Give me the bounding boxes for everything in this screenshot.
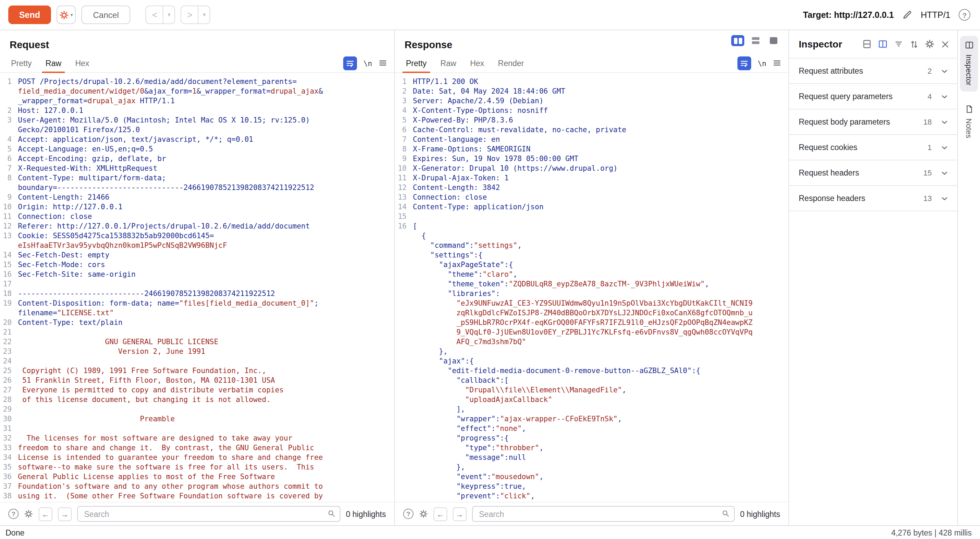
inspector-section-count: 4 — [928, 92, 932, 100]
request-search-settings-button[interactable] — [24, 509, 33, 518]
editor-line: Gecko/20100101 Firefox/125.0 — [0, 125, 394, 134]
response-search-settings-button[interactable] — [419, 509, 428, 518]
request-editor[interactable]: 1POST /Projects/drupal-10.2.6/media/add/… — [0, 73, 394, 502]
request-newline-toggle[interactable]: \n — [364, 59, 372, 67]
forward-button[interactable]: > — [181, 6, 198, 24]
tab-pretty[interactable]: Pretty — [399, 54, 433, 72]
toolbar: Send ▾ Cancel < ▾ > ▾ Target: http://127… — [0, 0, 980, 30]
response-panel: Response PrettyRawHexRender \n — [394, 30, 788, 525]
request-wrap-button[interactable] — [344, 56, 357, 70]
response-search-input[interactable] — [472, 506, 735, 522]
editor-line: 26 51 Franklin Street, Fifth Floor, Bost… — [0, 375, 394, 385]
gear-icon — [419, 509, 428, 518]
editor-line: 37Foundation's software and to any other… — [0, 481, 394, 491]
editor-line: 7X-Requested-With: XMLHttpRequest — [0, 163, 394, 173]
inspector-section-request-body-parameters[interactable]: Request body parameters18 — [789, 109, 957, 135]
request-search-input[interactable] — [77, 506, 340, 522]
editor-line: 4Accept: application/json, text/javascri… — [0, 134, 394, 144]
chevron-down-icon — [940, 117, 949, 126]
send-settings-button[interactable]: ▾ — [57, 5, 76, 24]
tab-pretty[interactable]: Pretty — [4, 54, 38, 72]
request-search-prev-button[interactable]: ← — [38, 507, 52, 521]
response-panel-title: Response — [395, 30, 788, 54]
help-button[interactable]: ? — [959, 9, 970, 21]
side-tab-notes[interactable]: Notes — [960, 100, 978, 145]
response-highlights-label: 0 highlights — [740, 510, 780, 518]
chevron-down-icon: ▾ — [70, 12, 73, 17]
inspector-title: Inspector — [799, 38, 842, 49]
editor-line: "Drupal\\file\\Element\\ManagedFile", — [395, 385, 788, 395]
request-panel-title: Request — [0, 30, 394, 54]
tab-raw[interactable]: Raw — [433, 54, 463, 72]
response-menu-button[interactable] — [773, 59, 781, 67]
layout-rows-button[interactable] — [749, 35, 762, 46]
chevron-down-icon — [940, 194, 949, 203]
toolbar-right: Target: http://127.0.0.1 HTTP/1 ? — [803, 9, 970, 21]
response-search-prev-button[interactable]: ← — [433, 507, 447, 521]
layout-single-button[interactable] — [767, 35, 780, 46]
view-layout-toggles — [731, 35, 780, 46]
arrow-right-icon: → — [61, 510, 68, 518]
inspector-panel: Inspector — [788, 30, 957, 525]
send-button[interactable]: Send — [8, 5, 51, 24]
editor-line: 5X-Powered-By: PHP/8.3.6 — [395, 115, 788, 125]
inspector-sections: Request attributes2Request query paramet… — [789, 58, 957, 211]
tab-render[interactable]: Render — [491, 54, 531, 72]
inspector-close-button[interactable] — [941, 40, 950, 49]
inspector-header: Inspector — [789, 30, 957, 58]
inspector-settings-button[interactable] — [925, 39, 934, 49]
inspector-sort-button[interactable] — [910, 40, 919, 49]
rows-layout-icon — [752, 38, 759, 40]
editor-line: 13Cookie: SESS05d4275ca1538832b5ab92000b… — [0, 231, 394, 240]
editor-line: 9Expires: Sun, 19 Nov 1978 05:00:00 GMT — [395, 154, 788, 163]
response-search-next-button[interactable]: → — [453, 507, 466, 521]
inspector-section-request-query-parameters[interactable]: Request query parameters4 — [789, 84, 957, 109]
up-down-arrows-icon — [910, 40, 919, 49]
editor-line: 2Date: Sat, 04 May 2024 18:44:06 GMT — [395, 86, 788, 96]
layout-columns-button[interactable] — [731, 35, 744, 46]
request-searchbar: ? ← → 0 highlights — [0, 502, 394, 525]
response-search-help-button[interactable]: ? — [403, 509, 414, 519]
forward-dropdown-button[interactable]: ▾ — [198, 6, 210, 24]
tab-raw[interactable]: Raw — [38, 54, 68, 72]
inspector-section-request-cookies[interactable]: Request cookies1 — [789, 135, 957, 160]
status-text: Done — [5, 528, 24, 537]
editor-line: "wrapper":"ajax-wrapper--CFoEkE9TnSk", — [395, 414, 788, 423]
editor-line: "eJx9UNFuwzAI_CE3-YZ9SUUIWdmw8Qyu1n19nSp… — [395, 298, 788, 308]
editor-line: 22 GNU GENERAL PUBLIC LICENSE — [0, 337, 394, 346]
edit-target-button[interactable] — [902, 10, 912, 20]
editor-line: 15 — [395, 211, 788, 221]
target-label: Target: — [803, 10, 832, 20]
inspector-section-request-attributes[interactable]: Request attributes2 — [789, 59, 957, 84]
cancel-button[interactable]: Cancel — [81, 5, 130, 24]
editor-line: 11X-Drupal-Ajax-Token: 1 — [395, 173, 788, 182]
editor-line: 3User-Agent: Mozilla/5.0 (Macintosh; Int… — [0, 115, 394, 125]
side-tab-inspector[interactable]: Inspector — [960, 36, 978, 92]
request-search-help-button[interactable]: ? — [8, 509, 19, 519]
response-newline-toggle[interactable]: \n — [758, 59, 766, 67]
request-menu-button[interactable] — [379, 59, 387, 67]
editor-line: 1POST /Projects/drupal-10.2.6/media/add/… — [0, 76, 394, 86]
editor-line: 11Connection: close — [0, 211, 394, 221]
inspector-section-request-headers[interactable]: Request headers15 — [789, 160, 957, 186]
response-editor[interactable]: 1HTTP/1.1 200 OK2Date: Sat, 04 May 2024 … — [395, 73, 788, 502]
inspector-collapse-all-button[interactable] — [894, 39, 904, 49]
inspector-layout-rows-button[interactable] — [862, 39, 872, 49]
editor-line: 16[ — [395, 221, 788, 231]
back-button[interactable]: < — [146, 6, 163, 24]
editor-line: 9Content-Length: 21466 — [0, 192, 394, 202]
editor-line: "effect":"none", — [395, 423, 788, 433]
back-dropdown-button[interactable]: ▾ — [163, 6, 175, 24]
inspector-layout-columns-button[interactable] — [878, 39, 888, 49]
editor-line: 8Content-Type: multipart/form-data; — [0, 173, 394, 182]
editor-line: 4X-Content-Type-Options: nosniff — [395, 105, 788, 115]
tab-hex[interactable]: Hex — [463, 54, 491, 72]
inspector-section-response-headers[interactable]: Response headers13 — [789, 186, 957, 211]
editor-line: 7Content-language: en — [395, 134, 788, 144]
editor-line: 6Cache-Control: must-revalidate, no-cach… — [395, 125, 788, 134]
tab-hex[interactable]: Hex — [68, 54, 96, 72]
response-search-field — [472, 506, 735, 522]
editor-line: 13Connection: close — [395, 192, 788, 202]
response-wrap-button[interactable] — [738, 56, 751, 70]
request-search-next-button[interactable]: → — [58, 507, 72, 521]
